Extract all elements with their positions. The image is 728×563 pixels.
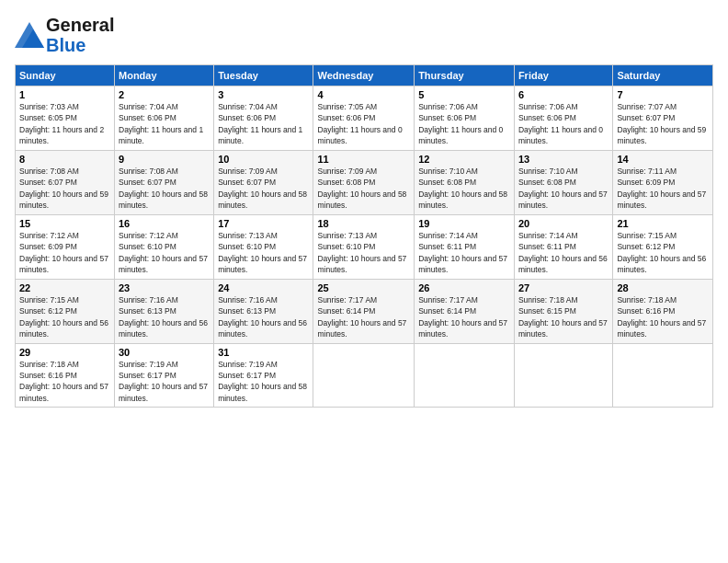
calendar-cell: 25 Sunrise: 7:17 AMSunset: 6:14 PMDaylig… (313, 279, 415, 343)
calendar-cell (313, 343, 415, 408)
calendar-cell (514, 343, 612, 408)
calendar-week-2: 8 Sunrise: 7:08 AMSunset: 6:07 PMDayligh… (16, 150, 713, 214)
day-number: 13 (518, 154, 609, 165)
calendar-cell: 9 Sunrise: 7:08 AMSunset: 6:07 PMDayligh… (115, 150, 214, 214)
calendar-cell: 31 Sunrise: 7:19 AMSunset: 6:17 PMDaylig… (214, 343, 313, 408)
day-info: Sunrise: 7:03 AMSunset: 6:05 PMDaylight:… (19, 102, 104, 145)
calendar-cell: 21 Sunrise: 7:15 AMSunset: 6:12 PMDaylig… (613, 214, 713, 279)
day-number: 27 (518, 282, 609, 293)
header-tuesday: Tuesday (214, 65, 313, 86)
calendar-cell: 3 Sunrise: 7:04 AMSunset: 6:06 PMDayligh… (214, 86, 313, 151)
day-number: 21 (617, 218, 709, 229)
day-number: 12 (418, 154, 510, 165)
day-info: Sunrise: 7:04 AMSunset: 6:06 PMDaylight:… (218, 102, 302, 145)
header-monday: Monday (115, 65, 214, 86)
day-number: 2 (119, 89, 210, 100)
day-number: 25 (317, 282, 410, 293)
day-info: Sunrise: 7:18 AMSunset: 6:15 PMDaylight:… (518, 295, 608, 339)
day-info: Sunrise: 7:09 AMSunset: 6:07 PMDaylight:… (218, 167, 307, 210)
day-number: 8 (19, 154, 110, 165)
day-number: 23 (119, 282, 210, 293)
day-number: 28 (617, 282, 709, 293)
calendar-cell: 27 Sunrise: 7:18 AMSunset: 6:15 PMDaylig… (514, 279, 612, 343)
day-number: 22 (19, 282, 110, 293)
day-number: 3 (218, 89, 309, 100)
calendar-cell: 19 Sunrise: 7:14 AMSunset: 6:11 PMDaylig… (415, 214, 515, 279)
day-number: 16 (119, 218, 210, 229)
calendar-week-4: 22 Sunrise: 7:15 AMSunset: 6:12 PMDaylig… (16, 279, 713, 343)
day-info: Sunrise: 7:06 AMSunset: 6:06 PMDaylight:… (518, 102, 603, 145)
header-wednesday: Wednesday (313, 65, 415, 86)
day-number: 15 (19, 218, 110, 229)
day-number: 9 (119, 154, 210, 165)
calendar-cell: 7 Sunrise: 7:07 AMSunset: 6:07 PMDayligh… (613, 86, 713, 151)
day-number: 26 (418, 282, 510, 293)
day-info: Sunrise: 7:14 AMSunset: 6:11 PMDaylight:… (418, 231, 507, 274)
day-info: Sunrise: 7:17 AMSunset: 6:14 PMDaylight:… (418, 295, 507, 339)
day-info: Sunrise: 7:08 AMSunset: 6:07 PMDaylight:… (19, 167, 108, 210)
calendar-cell: 11 Sunrise: 7:09 AMSunset: 6:08 PMDaylig… (313, 150, 415, 214)
header-thursday: Thursday (415, 65, 515, 86)
day-info: Sunrise: 7:13 AMSunset: 6:10 PMDaylight:… (317, 231, 406, 274)
calendar-cell: 8 Sunrise: 7:08 AMSunset: 6:07 PMDayligh… (16, 150, 115, 214)
day-info: Sunrise: 7:05 AMSunset: 6:06 PMDaylight:… (317, 102, 402, 145)
calendar-cell: 24 Sunrise: 7:16 AMSunset: 6:13 PMDaylig… (214, 279, 313, 343)
calendar-cell: 22 Sunrise: 7:15 AMSunset: 6:12 PMDaylig… (16, 279, 115, 343)
calendar-week-1: 1 Sunrise: 7:03 AMSunset: 6:05 PMDayligh… (16, 86, 713, 151)
day-info: Sunrise: 7:15 AMSunset: 6:12 PMDaylight:… (19, 295, 108, 339)
day-info: Sunrise: 7:16 AMSunset: 6:13 PMDaylight:… (119, 295, 208, 339)
calendar-cell: 16 Sunrise: 7:12 AMSunset: 6:10 PMDaylig… (115, 214, 214, 279)
day-number: 10 (218, 154, 309, 165)
calendar-cell: 23 Sunrise: 7:16 AMSunset: 6:13 PMDaylig… (115, 279, 214, 343)
day-number: 29 (19, 347, 110, 358)
page: General Blue Sunday Monday Tuesday Wedne… (0, 0, 728, 563)
calendar-cell: 12 Sunrise: 7:10 AMSunset: 6:08 PMDaylig… (415, 150, 515, 214)
day-info: Sunrise: 7:10 AMSunset: 6:08 PMDaylight:… (518, 167, 608, 210)
day-info: Sunrise: 7:12 AMSunset: 6:09 PMDaylight:… (19, 231, 108, 274)
day-number: 30 (119, 347, 210, 358)
calendar-cell: 26 Sunrise: 7:17 AMSunset: 6:14 PMDaylig… (415, 279, 515, 343)
day-number: 24 (218, 282, 309, 293)
day-info: Sunrise: 7:04 AMSunset: 6:06 PMDaylight:… (119, 102, 203, 145)
calendar-cell: 30 Sunrise: 7:19 AMSunset: 6:17 PMDaylig… (115, 343, 214, 408)
day-info: Sunrise: 7:06 AMSunset: 6:06 PMDaylight:… (418, 102, 503, 145)
header-friday: Friday (514, 65, 612, 86)
logo-text: General Blue (46, 15, 114, 55)
day-info: Sunrise: 7:14 AMSunset: 6:11 PMDaylight:… (518, 231, 608, 274)
header: General Blue (15, 15, 713, 55)
day-number: 7 (617, 89, 709, 100)
calendar-week-3: 15 Sunrise: 7:12 AMSunset: 6:09 PMDaylig… (16, 214, 713, 279)
day-number: 19 (418, 218, 510, 229)
calendar-cell: 6 Sunrise: 7:06 AMSunset: 6:06 PMDayligh… (514, 86, 612, 151)
header-sunday: Sunday (16, 65, 115, 86)
calendar-week-5: 29 Sunrise: 7:18 AMSunset: 6:16 PMDaylig… (16, 343, 713, 408)
weekday-header-row: Sunday Monday Tuesday Wednesday Thursday… (16, 65, 713, 86)
calendar-cell: 29 Sunrise: 7:18 AMSunset: 6:16 PMDaylig… (16, 343, 115, 408)
header-saturday: Saturday (613, 65, 713, 86)
calendar-cell: 18 Sunrise: 7:13 AMSunset: 6:10 PMDaylig… (313, 214, 415, 279)
day-number: 6 (518, 89, 609, 100)
calendar-cell: 5 Sunrise: 7:06 AMSunset: 6:06 PMDayligh… (415, 86, 515, 151)
day-number: 14 (617, 154, 709, 165)
day-info: Sunrise: 7:18 AMSunset: 6:16 PMDaylight:… (19, 360, 108, 403)
day-info: Sunrise: 7:09 AMSunset: 6:08 PMDaylight:… (317, 167, 406, 210)
day-info: Sunrise: 7:17 AMSunset: 6:14 PMDaylight:… (317, 295, 406, 339)
calendar-cell (415, 343, 515, 408)
calendar-cell: 17 Sunrise: 7:13 AMSunset: 6:10 PMDaylig… (214, 214, 313, 279)
day-info: Sunrise: 7:16 AMSunset: 6:13 PMDaylight:… (218, 295, 307, 339)
day-number: 5 (418, 89, 510, 100)
day-number: 1 (19, 89, 110, 100)
day-number: 31 (218, 347, 309, 358)
calendar-cell: 10 Sunrise: 7:09 AMSunset: 6:07 PMDaylig… (214, 150, 313, 214)
logo-icon (15, 22, 44, 48)
day-info: Sunrise: 7:13 AMSunset: 6:10 PMDaylight:… (218, 231, 307, 274)
calendar-cell: 28 Sunrise: 7:18 AMSunset: 6:16 PMDaylig… (613, 279, 713, 343)
calendar-cell: 13 Sunrise: 7:10 AMSunset: 6:08 PMDaylig… (514, 150, 612, 214)
day-info: Sunrise: 7:12 AMSunset: 6:10 PMDaylight:… (119, 231, 208, 274)
calendar-cell: 20 Sunrise: 7:14 AMSunset: 6:11 PMDaylig… (514, 214, 612, 279)
day-number: 11 (317, 154, 410, 165)
calendar-cell (613, 343, 713, 408)
day-info: Sunrise: 7:15 AMSunset: 6:12 PMDaylight:… (617, 231, 706, 274)
calendar-cell: 1 Sunrise: 7:03 AMSunset: 6:05 PMDayligh… (16, 86, 115, 151)
calendar-cell: 4 Sunrise: 7:05 AMSunset: 6:06 PMDayligh… (313, 86, 415, 151)
